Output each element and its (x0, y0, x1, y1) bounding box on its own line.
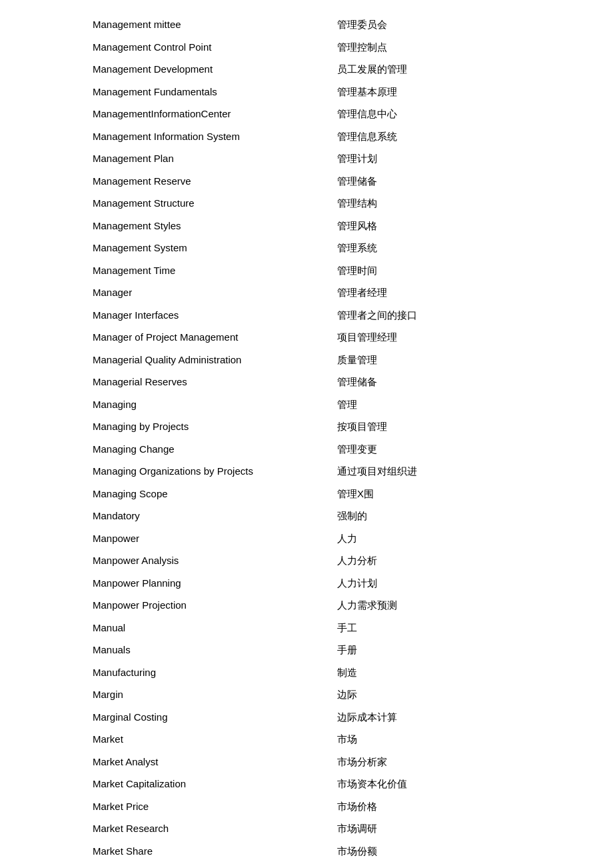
english-term: Market Share (0, 840, 337, 863)
chinese-term: 管理储备 (337, 170, 613, 193)
list-item: Management Structure管理结构 (0, 192, 613, 215)
english-term: Manpower (0, 527, 337, 550)
chinese-term: 管理控制点 (337, 36, 613, 59)
english-term: Manufacturing (0, 661, 337, 684)
chinese-term: 边际 (337, 683, 613, 706)
english-term: Management Structure (0, 192, 337, 215)
chinese-term: 市场价格 (337, 795, 613, 818)
list-item: Management Styles管理风格 (0, 215, 613, 237)
chinese-term: 管理计划 (337, 147, 613, 170)
english-term: Manual (0, 617, 337, 639)
list-item: Management Reserve管理储备 (0, 170, 613, 193)
chinese-term: 人力需求预测 (337, 594, 613, 617)
english-term: Mandatory (0, 505, 337, 527)
chinese-term: 市场调查 (337, 862, 613, 868)
english-term: Managing (0, 393, 337, 416)
english-term: Management Development (0, 58, 337, 81)
chinese-term: 管理风格 (337, 215, 613, 237)
english-term: Manpower Analysis (0, 549, 337, 572)
list-item: Market Capitalization市场资本化价值 (0, 773, 613, 795)
english-term: Manpower Planning (0, 572, 337, 595)
english-term: Manager Interfaces (0, 304, 337, 327)
english-term: Marginal Costing (0, 706, 337, 729)
chinese-term: 管理结构 (337, 192, 613, 215)
list-item: Market Survey市场调查 (0, 862, 613, 868)
list-item: Manager管理者经理 (0, 281, 613, 304)
chinese-term: 人力 (337, 527, 613, 550)
list-item: Managing by Projects按项目管理 (0, 415, 613, 438)
english-term: Management Fundamentals (0, 81, 337, 103)
list-item: Management mittee管理委员会 (0, 13, 613, 36)
chinese-term: 管理变更 (337, 438, 613, 461)
english-term: Management mittee (0, 13, 337, 36)
list-item: Management Fundamentals管理基本原理 (0, 81, 613, 103)
english-term: Market Research (0, 817, 337, 840)
english-term: Management Time (0, 259, 337, 282)
chinese-term: 管理储备 (337, 371, 613, 393)
list-item: Managerial Reserves管理储备 (0, 371, 613, 393)
chinese-term: 手册 (337, 639, 613, 661)
chinese-term: 管理者经理 (337, 281, 613, 304)
list-item: Margin边际 (0, 683, 613, 706)
chinese-term: 通过项目对组织进 (337, 460, 613, 483)
english-term: Management Styles (0, 215, 337, 237)
chinese-term: 管理系统 (337, 237, 613, 259)
list-item: Manager Interfaces管理者之间的接口 (0, 304, 613, 327)
list-item: Management Information System管理信息系统 (0, 125, 613, 148)
chinese-term: 管理信息中心 (337, 103, 613, 125)
english-term: Market Survey (0, 862, 337, 868)
list-item: Management Time管理时间 (0, 259, 613, 282)
list-item: Manager of Project Management项目管理经理 (0, 326, 613, 349)
chinese-term: 项目管理经理 (337, 326, 613, 349)
chinese-term: 员工发展的管理 (337, 58, 613, 81)
chinese-term: 人力分析 (337, 549, 613, 572)
list-item: Manpower Projection人力需求预测 (0, 594, 613, 617)
english-term: Managing Change (0, 438, 337, 461)
english-term: Market Capitalization (0, 773, 337, 795)
english-term: Managing by Projects (0, 415, 337, 438)
list-item: Manpower人力 (0, 527, 613, 550)
list-item: Managing Scope管理X围 (0, 483, 613, 505)
list-item: Managing Change管理变更 (0, 438, 613, 461)
chinese-term: 管理 (337, 393, 613, 416)
english-term: Management Reserve (0, 170, 337, 193)
list-item: Market Research市场调研 (0, 817, 613, 840)
chinese-term: 制造 (337, 661, 613, 684)
list-item: Management Control Point管理控制点 (0, 36, 613, 59)
glossary-table: Management mittee管理委员会Management Control… (0, 13, 613, 868)
list-item: Market Price市场价格 (0, 795, 613, 818)
english-term: Manager of Project Management (0, 326, 337, 349)
english-term: ManagementInformationCenter (0, 103, 337, 125)
chinese-term: 强制的 (337, 505, 613, 527)
chinese-term: 市场分析家 (337, 751, 613, 773)
chinese-term: 管理委员会 (337, 13, 613, 36)
list-item: Management System管理系统 (0, 237, 613, 259)
english-term: Manpower Projection (0, 594, 337, 617)
english-term: Managerial Quality Administration (0, 349, 337, 371)
chinese-term: 手工 (337, 617, 613, 639)
english-term: Management Plan (0, 147, 337, 170)
list-item: Manufacturing制造 (0, 661, 613, 684)
chinese-term: 市场调研 (337, 817, 613, 840)
list-item: ManagementInformationCenter管理信息中心 (0, 103, 613, 125)
chinese-term: 市场资本化价值 (337, 773, 613, 795)
chinese-term: 市场 (337, 728, 613, 751)
chinese-term: 人力计划 (337, 572, 613, 595)
chinese-term: 市场份额 (337, 840, 613, 863)
list-item: Manual手工 (0, 617, 613, 639)
chinese-term: 管理信息系统 (337, 125, 613, 148)
list-item: Market Share市场份额 (0, 840, 613, 863)
chinese-term: 管理者之间的接口 (337, 304, 613, 327)
list-item: Manpower Planning人力计划 (0, 572, 613, 595)
list-item: Market市场 (0, 728, 613, 751)
list-item: Managing管理 (0, 393, 613, 416)
chinese-term: 管理时间 (337, 259, 613, 282)
english-term: Market Price (0, 795, 337, 818)
english-term: Management Information System (0, 125, 337, 148)
list-item: Managing Organizations by Projects通过项目对组… (0, 460, 613, 483)
english-term: Managing Organizations by Projects (0, 460, 337, 483)
chinese-term: 按项目管理 (337, 415, 613, 438)
chinese-term: 质量管理 (337, 349, 613, 371)
chinese-term: 边际成本计算 (337, 706, 613, 729)
english-term: Market Analyst (0, 751, 337, 773)
